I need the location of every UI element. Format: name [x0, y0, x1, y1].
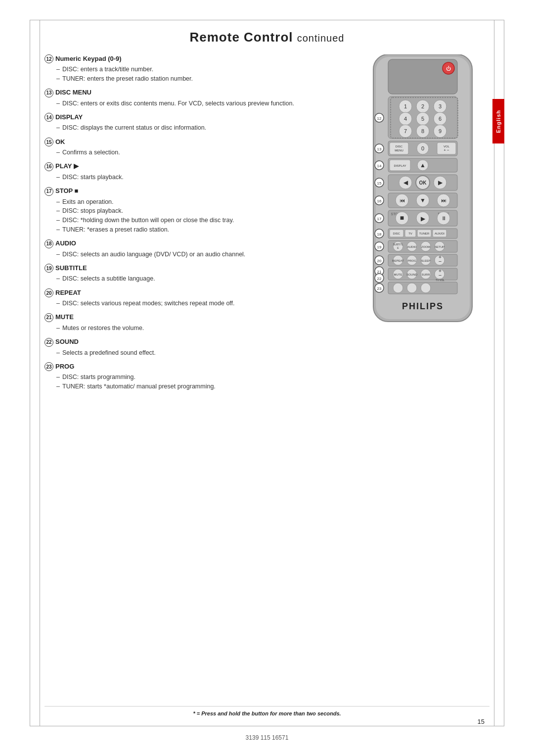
- svg-text:▶: ▶: [438, 179, 443, 186]
- content-area: 12Numeric Keypad (0-9)DISC: enters a tra…: [44, 54, 490, 707]
- section-number-14: 14: [44, 113, 53, 122]
- svg-text:13: 13: [377, 147, 382, 151]
- svg-text:SOUND: SOUND: [406, 273, 417, 276]
- remote-control-image: ⏻ 1 2 3 4 5 6 7: [358, 54, 487, 333]
- section-item: TUNER: *erases a preset radio station.: [56, 225, 341, 235]
- svg-text:0: 0: [421, 145, 424, 151]
- page-border-top: [30, 20, 504, 20]
- section-number-16: 16: [44, 162, 53, 171]
- section-14: 14DISPLAYDISC: displays the current stat…: [44, 113, 341, 133]
- svg-point-103: [393, 283, 403, 293]
- svg-text:DISPLAY: DISPLAY: [394, 164, 406, 167]
- page-border-left: [30, 20, 30, 726]
- section-title-16: PLAY ▶: [55, 162, 79, 170]
- svg-text:⏻: ⏻: [446, 66, 451, 71]
- svg-text:PHILIPS: PHILIPS: [402, 301, 444, 311]
- svg-text:7: 7: [404, 128, 407, 134]
- svg-text:14: 14: [377, 164, 382, 168]
- svg-text:23: 23: [377, 286, 382, 291]
- svg-text:9: 9: [439, 128, 442, 134]
- section-item: TUNER: starts *automatic/ manual preset …: [56, 382, 341, 391]
- section-item: DISC: displays the current status or dis…: [56, 123, 341, 133]
- svg-text:◀: ◀: [403, 179, 408, 186]
- svg-text:SLEEP: SLEEP: [421, 259, 430, 262]
- section-18: 18AUDIODISC: selects an audio language (…: [44, 239, 341, 259]
- section-title-17: STOP ■: [55, 187, 78, 194]
- section-item: DISC: enters or exits disc contents menu…: [56, 99, 341, 108]
- section-22: 22SOUNDSelects a predefined sound effect…: [44, 338, 341, 358]
- section-title-13: DISC MENU: [55, 89, 91, 96]
- section-15: 15OKConfirms a selection.: [44, 138, 341, 157]
- section-title-18: AUDIO: [55, 239, 76, 247]
- section-number-15: 15: [44, 138, 53, 146]
- svg-text:6: 6: [439, 116, 442, 122]
- svg-text:▼: ▼: [420, 197, 426, 204]
- page-border-inner-left: [40, 20, 40, 726]
- svg-text:3: 3: [439, 103, 442, 109]
- svg-text:−: −: [439, 258, 442, 264]
- svg-text:DISC: DISC: [393, 232, 400, 235]
- section-21: 21MUTEMutes or restores the volume.: [44, 313, 341, 333]
- svg-text:19: 19: [377, 245, 382, 249]
- section-title-14: DISPLAY: [55, 113, 83, 121]
- page-title: Remote Control continued: [0, 30, 534, 45]
- svg-text:OK: OK: [419, 180, 427, 186]
- svg-text:−: −: [439, 272, 442, 278]
- footer-note: * = Press and hold the button for more t…: [44, 706, 490, 716]
- section-item: DISC: starts programming.: [56, 373, 341, 382]
- svg-text:15: 15: [377, 181, 382, 186]
- section-number-18: 18: [44, 239, 53, 248]
- svg-text:SURR: SURR: [421, 273, 430, 276]
- svg-text:SUBTITL: SUBTITL: [393, 243, 403, 246]
- section-item: DISC: starts playback.: [56, 173, 341, 182]
- section-number-23: 23: [44, 362, 53, 371]
- svg-text:22: 22: [377, 277, 382, 281]
- section-17: 17STOP ■Exits an operation.DISC: stops p…: [44, 187, 341, 235]
- svg-text:⏸: ⏸: [441, 215, 446, 221]
- svg-text:12: 12: [377, 116, 382, 121]
- svg-text:17: 17: [377, 217, 382, 221]
- svg-text:▲: ▲: [420, 162, 426, 169]
- svg-text:MENU: MENU: [395, 149, 403, 152]
- section-item: DISC: *holding down the button will open…: [56, 216, 341, 225]
- svg-text:TV: TV: [408, 232, 412, 235]
- svg-text:■: ■: [400, 214, 404, 222]
- section-title-12: Numeric Keypad (0-9): [55, 55, 122, 62]
- svg-text:▶: ▶: [421, 215, 426, 222]
- svg-text:ZOOM: ZOOM: [421, 245, 430, 248]
- section-12: 12Numeric Keypad (0-9)DISC: enters a tra…: [44, 54, 341, 84]
- svg-text:AUDIO: AUDIO: [407, 245, 416, 248]
- section-item: Selects a predefined sound effect.: [56, 348, 341, 358]
- section-title-23: PROG: [55, 363, 74, 370]
- svg-text:⏭: ⏭: [441, 197, 446, 203]
- right-column: ⏻ 1 2 3 4 5 6 7: [356, 54, 490, 707]
- section-number-13: 13: [44, 89, 53, 97]
- svg-text:5: 5: [421, 116, 424, 122]
- section-title-22: SOUND: [55, 338, 79, 345]
- section-title-21: MUTE: [55, 313, 74, 321]
- section-item: Exits an operation.: [56, 197, 341, 207]
- section-number-12: 12: [44, 54, 53, 63]
- svg-text:2: 2: [421, 103, 424, 109]
- section-20: 20REPEATDISC: selects various repeat mod…: [44, 288, 341, 308]
- section-16: 16PLAY ▶DISC: starts playback.: [44, 162, 341, 182]
- section-title-19: SUBTITLE: [55, 264, 87, 272]
- section-item: Confirms a selection.: [56, 148, 341, 157]
- svg-text:REPEAT: REPEAT: [392, 259, 404, 262]
- section-item: DISC: selects various repeat modes; swit…: [56, 299, 341, 308]
- section-title-20: REPEAT: [55, 289, 81, 296]
- section-13: 13DISC MENUDISC: enters or exits disc co…: [44, 89, 341, 108]
- section-23: 23PROGDISC: starts programming.TUNER: st…: [44, 362, 341, 391]
- svg-rect-25: [390, 142, 408, 154]
- svg-point-105: [421, 283, 431, 293]
- svg-text:PROG: PROG: [407, 259, 416, 262]
- section-item: DISC: selects an audio language (DVD/ VC…: [56, 250, 341, 259]
- svg-text:AUX/DI: AUX/DI: [435, 232, 445, 235]
- section-number-20: 20: [44, 288, 53, 297]
- section-number-21: 21: [44, 313, 53, 322]
- section-number-17: 17: [44, 187, 53, 196]
- svg-text:+ −: + −: [444, 148, 449, 152]
- doc-number: 3139 115 16571: [0, 734, 534, 741]
- svg-text:SETUP: SETUP: [435, 245, 445, 248]
- english-language-tab: English: [492, 99, 504, 143]
